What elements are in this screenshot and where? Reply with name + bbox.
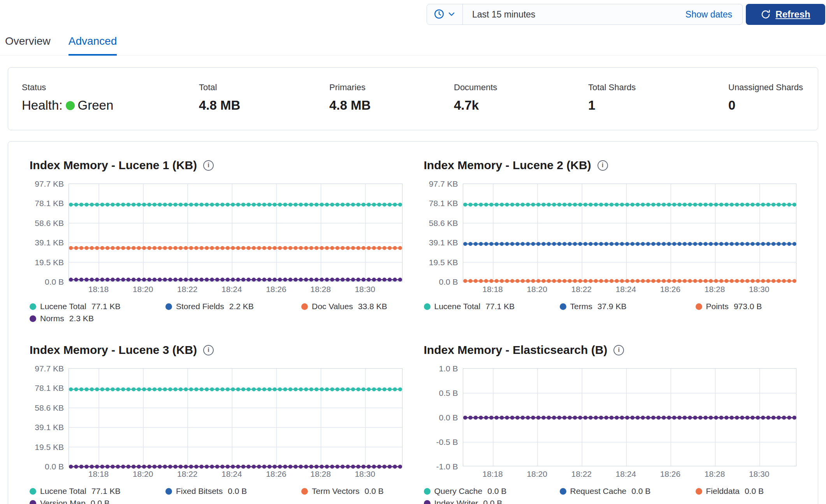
- legend-item[interactable]: Doc Values33.8 KB: [301, 302, 402, 311]
- data-point: [174, 465, 178, 469]
- data-point: [531, 203, 535, 206]
- data-point: [688, 242, 692, 246]
- y-axis-tick: 0.0 B: [439, 413, 458, 422]
- legend-item[interactable]: Fixed Bitsets0.0 B: [165, 486, 301, 496]
- data-point: [325, 278, 329, 282]
- index-summary-panel: Status Health: Green Total 4.8 MB Primar…: [8, 67, 818, 130]
- data-point: [625, 203, 629, 206]
- legend-item[interactable]: Index Writer0.0 B: [424, 499, 560, 504]
- info-icon[interactable]: i: [203, 345, 214, 355]
- data-point: [304, 203, 308, 206]
- y-axis-tick: 0.0 B: [45, 277, 64, 287]
- info-icon[interactable]: i: [613, 345, 624, 355]
- legend-item[interactable]: Query Cache0.0 B: [424, 486, 560, 496]
- data-point: [200, 278, 204, 282]
- data-point: [620, 279, 624, 283]
- data-point: [583, 203, 587, 206]
- data-point: [257, 387, 261, 391]
- data-point: [90, 465, 94, 469]
- data-point: [724, 279, 728, 283]
- y-axis-tick: 97.7 KB: [35, 364, 64, 373]
- data-point: [557, 203, 561, 206]
- data-point: [520, 279, 524, 283]
- data-point: [153, 465, 156, 469]
- data-point: [127, 465, 130, 469]
- data-point: [205, 387, 209, 391]
- data-point: [494, 203, 498, 206]
- legend-dot-icon: [30, 303, 36, 310]
- refresh-button[interactable]: Refresh: [746, 4, 825, 25]
- data-point: [489, 416, 493, 420]
- data-point: [745, 242, 749, 246]
- legend-item[interactable]: Version Map0.0 B: [30, 499, 165, 504]
- data-point: [761, 242, 765, 246]
- legend-item[interactable]: Norms2.3 KB: [30, 314, 165, 323]
- data-point: [147, 246, 151, 250]
- data-point: [547, 242, 550, 246]
- data-point: [226, 465, 230, 469]
- x-axis-tick: 18:20: [520, 285, 555, 294]
- data-point: [111, 203, 115, 206]
- y-axis: 1.0 B0.5 B0.0 B-0.5 B-1.0 B: [424, 368, 463, 466]
- y-axis-tick: -1.0 B: [436, 462, 458, 471]
- data-point: [137, 246, 141, 250]
- refresh-label: Refresh: [775, 9, 810, 20]
- data-point: [226, 246, 230, 250]
- data-point: [84, 246, 88, 250]
- legend-item[interactable]: Lucene Total77.1 KB: [424, 302, 560, 311]
- legend-item[interactable]: Stored Fields2.2 KB: [165, 302, 301, 311]
- data-point: [356, 246, 360, 250]
- data-point: [105, 278, 109, 282]
- data-point: [231, 278, 235, 282]
- data-point: [356, 387, 360, 391]
- data-point: [463, 279, 467, 283]
- data-point: [299, 465, 303, 469]
- data-point: [252, 203, 256, 206]
- x-axis-tick: 18:30: [742, 285, 777, 294]
- data-point: [304, 387, 308, 391]
- plot-area[interactable]: [463, 368, 797, 466]
- legend-item[interactable]: Request Cache0.0 B: [560, 486, 696, 496]
- data-point: [153, 203, 156, 206]
- data-point: [740, 242, 744, 246]
- data-point: [174, 278, 178, 282]
- data-point: [724, 242, 728, 246]
- data-point: [74, 387, 78, 391]
- legend-value: 2.3 KB: [69, 314, 94, 323]
- tab-overview[interactable]: Overview: [5, 35, 51, 55]
- legend-item[interactable]: Fielddata0.0 B: [696, 486, 797, 496]
- data-point: [325, 465, 329, 469]
- show-dates-button[interactable]: Show dates: [675, 9, 742, 20]
- data-point: [184, 246, 188, 250]
- data-point: [247, 465, 251, 469]
- data-point: [703, 279, 707, 283]
- legend-item[interactable]: Lucene Total77.1 KB: [30, 302, 165, 311]
- data-point: [288, 387, 292, 391]
- x-axis-tick: 18:30: [742, 469, 777, 479]
- data-point: [372, 203, 376, 206]
- y-axis-tick: 19.5 KB: [429, 258, 458, 267]
- legend-item[interactable]: Points973.0 B: [696, 302, 797, 311]
- y-axis-tick: 19.5 KB: [35, 258, 64, 267]
- plot-area[interactable]: [463, 184, 797, 282]
- time-range-value[interactable]: Last 15 minutes: [463, 9, 675, 20]
- data-point: [578, 242, 582, 246]
- legend-item[interactable]: Terms37.9 KB: [560, 302, 696, 311]
- data-point: [494, 242, 498, 246]
- legend-item[interactable]: Term Vectors0.0 B: [301, 486, 402, 496]
- tab-advanced[interactable]: Advanced: [69, 35, 117, 56]
- info-icon[interactable]: i: [598, 160, 608, 171]
- data-point: [362, 387, 366, 391]
- data-point: [367, 246, 371, 250]
- data-point: [782, 416, 786, 420]
- data-point: [479, 242, 483, 246]
- plot-area[interactable]: [69, 368, 402, 466]
- plot-area[interactable]: [69, 184, 402, 282]
- data-point: [194, 246, 198, 250]
- data-point: [189, 278, 193, 282]
- stat-label: Unassigned Shards: [728, 82, 810, 93]
- info-icon[interactable]: i: [203, 160, 214, 171]
- time-quick-select-button[interactable]: [427, 4, 463, 24]
- data-point: [341, 465, 344, 469]
- legend-item[interactable]: Lucene Total77.1 KB: [30, 486, 165, 496]
